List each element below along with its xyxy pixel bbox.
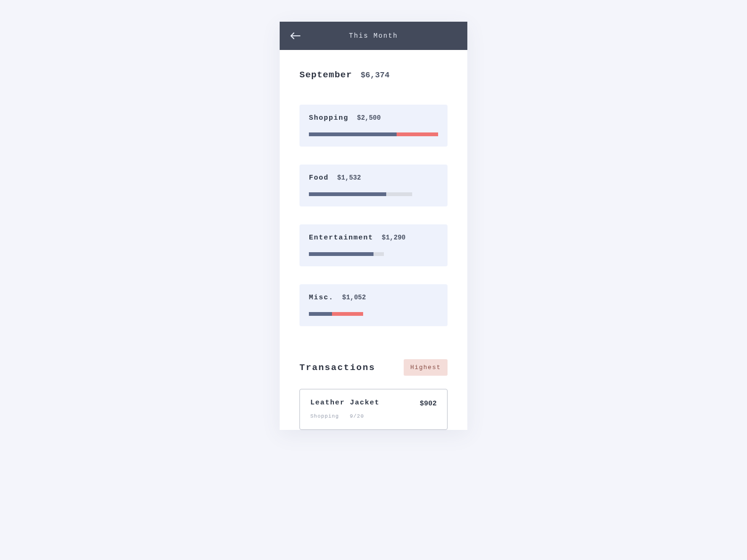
bar-segment-red bbox=[332, 312, 363, 316]
bar-segment-blue bbox=[309, 192, 386, 196]
category-amount: $1,532 bbox=[337, 174, 361, 181]
category-name: Entertainment bbox=[309, 234, 374, 242]
transaction-meta: Shopping 9/20 bbox=[310, 413, 380, 419]
header-title: This Month bbox=[349, 32, 398, 40]
month-total: $6,374 bbox=[361, 71, 390, 80]
category-card-entertainment[interactable]: Entertainment $1,290 bbox=[299, 224, 448, 266]
category-progress-bar bbox=[309, 192, 438, 196]
sort-filter-chip[interactable]: Highest bbox=[404, 359, 448, 376]
transaction-date: 9/20 bbox=[350, 413, 364, 419]
category-amount: $1,290 bbox=[382, 234, 406, 241]
category-amount: $1,052 bbox=[342, 294, 366, 301]
bar-segment-grey bbox=[374, 252, 384, 256]
app-frame: This Month September $6,374 Shopping $2,… bbox=[280, 22, 467, 430]
transaction-category: Shopping bbox=[310, 413, 339, 419]
bar-segment-blue bbox=[309, 252, 374, 256]
category-list: Shopping $2,500 Food $1,532 bbox=[299, 105, 448, 326]
category-amount: $2,500 bbox=[357, 114, 381, 122]
bar-segment-red bbox=[397, 132, 438, 136]
category-progress-bar bbox=[309, 132, 438, 136]
month-label: September bbox=[299, 70, 352, 80]
bar-segment-blue bbox=[309, 312, 332, 316]
transactions-header: Transactions Highest bbox=[299, 359, 448, 376]
category-progress-bar bbox=[309, 312, 438, 316]
content-area: September $6,374 Shopping $2,500 Food bbox=[280, 50, 467, 430]
transactions-title: Transactions bbox=[299, 362, 375, 373]
category-progress-bar bbox=[309, 252, 438, 256]
category-name: Misc. bbox=[309, 294, 334, 302]
transaction-name: Leather Jacket bbox=[310, 399, 380, 407]
bar-segment-grey bbox=[386, 192, 412, 196]
app-header: This Month bbox=[280, 22, 467, 50]
category-name: Shopping bbox=[309, 114, 349, 122]
category-name: Food bbox=[309, 174, 329, 182]
category-card-food[interactable]: Food $1,532 bbox=[299, 165, 448, 206]
back-arrow-icon[interactable] bbox=[290, 32, 300, 40]
transaction-amount: $902 bbox=[420, 399, 437, 408]
bar-segment-blue bbox=[309, 132, 397, 136]
month-summary: September $6,374 bbox=[299, 70, 448, 80]
transaction-row[interactable]: Leather Jacket Shopping 9/20 $902 bbox=[299, 389, 448, 430]
category-card-shopping[interactable]: Shopping $2,500 bbox=[299, 105, 448, 147]
category-card-misc[interactable]: Misc. $1,052 bbox=[299, 284, 448, 326]
